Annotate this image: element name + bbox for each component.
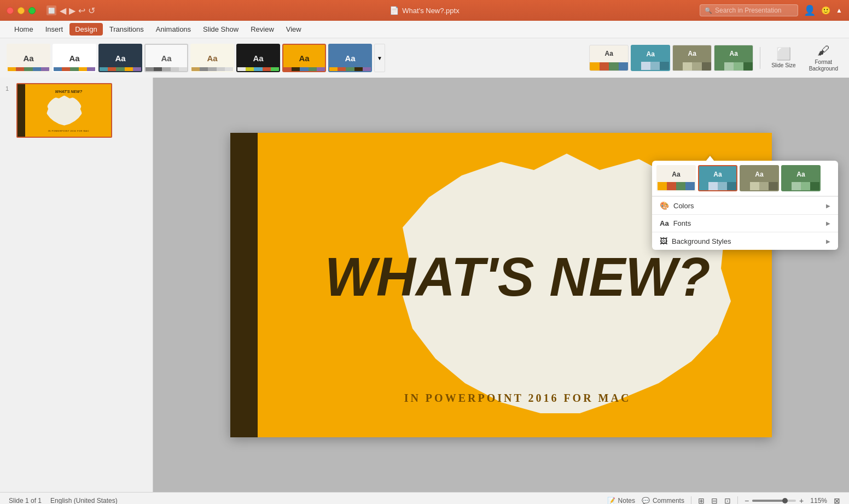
theme-5[interactable]: Aa bbox=[190, 44, 234, 72]
theme-bar: Aa Aa Aa Aa bbox=[0, 38, 849, 78]
canvas-area: WHAT'S NEW? IN POWERPOINT 2016 FOR MAC A… bbox=[153, 78, 849, 492]
format-background-button[interactable]: 🖌 FormatBackground bbox=[805, 42, 842, 74]
collapse-icon[interactable]: ▲ bbox=[836, 7, 842, 14]
zoom-slider[interactable] bbox=[752, 500, 796, 502]
menu-bar: Home Insert Design Transitions Animation… bbox=[0, 21, 849, 38]
theme-tools: Aa Aa bbox=[589, 42, 842, 74]
thumb-title: WHAT'S NEW? bbox=[27, 90, 110, 93]
menu-insert[interactable]: Insert bbox=[40, 23, 69, 36]
slide-number-1: 1 bbox=[5, 83, 13, 92]
slide-sorter-icon[interactable]: ⊟ bbox=[711, 496, 718, 505]
slide-panel: 1 WHAT'S NEW? IN POWERPOINT 2016 FOR MAC bbox=[0, 78, 153, 492]
window-icon: ⬜ bbox=[46, 5, 56, 15]
fonts-arrow-icon: ▶ bbox=[826, 220, 830, 226]
theme-expand-button[interactable]: ▼ bbox=[374, 44, 385, 72]
theme-8[interactable]: Aa bbox=[328, 44, 372, 72]
colors-icon: 🎨 bbox=[660, 201, 669, 210]
titlebar-nav[interactable]: ◀ ▶ ↩ ↺ bbox=[60, 5, 95, 16]
theme-variant-2[interactable]: Aa bbox=[631, 45, 670, 71]
emoji-icon[interactable]: 🙂 bbox=[821, 6, 830, 15]
dropdown-theme-2[interactable]: Aa bbox=[698, 165, 737, 191]
fullscreen-button[interactable] bbox=[28, 7, 36, 14]
slide-info: Slide 1 of 1 bbox=[9, 497, 42, 505]
dropdown-theme-3[interactable]: Aa bbox=[740, 165, 779, 191]
search-icon: 🔍 bbox=[705, 7, 712, 14]
format-background-icon: 🖌 bbox=[817, 44, 829, 58]
titlebar-title: 📄 What's New?.pptx bbox=[389, 6, 459, 15]
canvas-title[interactable]: WHAT'S NEW? bbox=[263, 249, 772, 304]
menu-view[interactable]: View bbox=[281, 23, 307, 36]
slide-size-button[interactable]: ⬜ Slide Size bbox=[767, 45, 800, 71]
theme-3[interactable]: Aa bbox=[98, 44, 142, 72]
status-divider-1 bbox=[691, 496, 691, 505]
dropdown-fonts-item[interactable]: Aa Fonts ▶ bbox=[652, 215, 838, 232]
theme-6[interactable]: Aa bbox=[236, 44, 280, 72]
language-info: English (United States) bbox=[50, 497, 118, 505]
background-styles-icon: 🖼 bbox=[660, 237, 667, 245]
menu-slideshow[interactable]: Slide Show bbox=[197, 23, 244, 36]
slide-size-icon: ⬜ bbox=[776, 47, 791, 61]
minimize-button[interactable] bbox=[18, 7, 25, 14]
canvas-left-bar bbox=[230, 133, 258, 437]
zoom-out-button[interactable]: − bbox=[745, 496, 749, 505]
fit-to-window-icon[interactable]: ⊠ bbox=[834, 496, 840, 505]
titlebar: ⬜ ◀ ▶ ↩ ↺ 📄 What's New?.pptx 🔍 Search in… bbox=[0, 0, 849, 21]
status-divider-2 bbox=[737, 496, 738, 505]
slide-thumbnail-1[interactable]: WHAT'S NEW? IN POWERPOINT 2016 FOR MAC bbox=[16, 83, 112, 138]
canvas-subtitle: IN POWERPOINT 2016 FOR MAC bbox=[263, 392, 772, 405]
notes-button[interactable]: 📝 Notes bbox=[607, 497, 635, 505]
dropdown-background-item[interactable]: 🖼 Background Styles ▶ bbox=[652, 232, 838, 250]
tool-divider bbox=[760, 47, 760, 69]
theme-variant-1[interactable]: Aa bbox=[589, 45, 629, 71]
dropdown-theme-4[interactable]: Aa bbox=[781, 165, 821, 191]
theme-7[interactable]: Aa bbox=[282, 44, 326, 72]
search-input[interactable]: 🔍 Search in Presentation bbox=[700, 4, 798, 16]
theme-variants: Aa Aa bbox=[589, 45, 753, 71]
zoom-in-button[interactable]: + bbox=[799, 496, 804, 505]
zoom-control: − + bbox=[745, 496, 804, 505]
chevron-down-icon: ▼ bbox=[377, 55, 382, 61]
comments-button[interactable]: 💬 Comments bbox=[642, 497, 684, 505]
titlebar-right: 🔍 Search in Presentation 👤 🙂 ▲ bbox=[700, 4, 842, 16]
menu-review[interactable]: Review bbox=[245, 23, 280, 36]
colors-arrow-icon: ▶ bbox=[826, 203, 830, 209]
fonts-icon: Aa bbox=[660, 219, 669, 227]
menu-transitions[interactable]: Transitions bbox=[104, 23, 149, 36]
thumb-subtitle: IN POWERPOINT 2016 FOR MAC bbox=[27, 130, 110, 132]
doc-icon: 📄 bbox=[389, 6, 399, 15]
dropdown-theme-row: Aa Aa bbox=[652, 161, 838, 196]
menu-home[interactable]: Home bbox=[9, 23, 39, 36]
notes-icon: 📝 bbox=[607, 497, 615, 505]
menu-animations[interactable]: Animations bbox=[150, 23, 196, 36]
status-right: 📝 Notes 💬 Comments ⊞ ⊟ ⊡ − + 115% ⊠ bbox=[607, 496, 840, 505]
theme-4[interactable]: Aa bbox=[144, 44, 188, 72]
theme-2[interactable]: Aa bbox=[53, 44, 96, 72]
close-button[interactable] bbox=[7, 7, 14, 14]
main-area: 1 WHAT'S NEW? IN POWERPOINT 2016 FOR MAC… bbox=[0, 78, 849, 492]
slide-thumb-row-1: 1 WHAT'S NEW? IN POWERPOINT 2016 FOR MAC bbox=[5, 83, 147, 138]
theme-variant-4[interactable]: Aa bbox=[714, 45, 753, 71]
dropdown-panel: Aa Aa bbox=[652, 161, 838, 250]
reading-view-icon[interactable]: ⊡ bbox=[724, 496, 731, 505]
zoom-level[interactable]: 115% bbox=[810, 497, 827, 505]
comments-icon: 💬 bbox=[642, 497, 650, 505]
background-arrow-icon: ▶ bbox=[826, 238, 830, 244]
menu-design[interactable]: Design bbox=[69, 23, 102, 36]
dropdown-theme-1[interactable]: Aa bbox=[656, 165, 696, 191]
theme-1[interactable]: Aa bbox=[7, 44, 50, 72]
theme-variant-3[interactable]: Aa bbox=[672, 45, 712, 71]
normal-view-icon[interactable]: ⊞ bbox=[698, 496, 705, 505]
status-bar: Slide 1 of 1 English (United States) 📝 N… bbox=[0, 492, 849, 504]
dropdown-arrow-up bbox=[706, 156, 714, 161]
dropdown-colors-item[interactable]: 🎨 Colors ▶ bbox=[652, 197, 838, 214]
traffic-lights bbox=[7, 7, 36, 14]
account-icon[interactable]: 👤 bbox=[804, 4, 816, 16]
